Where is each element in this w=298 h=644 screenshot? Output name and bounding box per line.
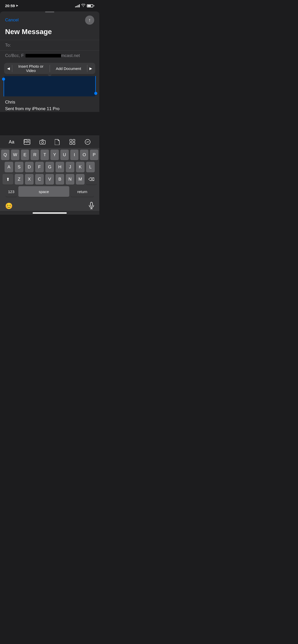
key-P[interactable]: P	[90, 150, 98, 160]
key-R[interactable]: R	[31, 150, 39, 160]
svg-rect-6	[73, 139, 75, 141]
key-K[interactable]: K	[76, 162, 85, 172]
message-body[interactable]	[4, 76, 95, 96]
signature-line2: Sent from my iPhone 11 Pro	[5, 106, 94, 112]
key-space[interactable]: space	[18, 186, 69, 197]
to-field-row[interactable]: To:	[0, 40, 99, 50]
key-M[interactable]: M	[76, 174, 85, 185]
send-button[interactable]: ↑	[85, 16, 94, 25]
key-return[interactable]: return	[71, 186, 94, 197]
key-L[interactable]: L	[86, 162, 95, 172]
home-indicator	[33, 212, 67, 214]
svg-point-4	[42, 141, 44, 143]
keyboard-row-3: ⬆ Z X C V B N M ⌫	[1, 174, 98, 185]
status-bar: 20:59 ➤	[0, 0, 99, 9]
compose-sheet: Cancel ↑ New Message To: Cc/Bcc, F mcast…	[0, 11, 99, 112]
text-size-button[interactable]: Aa	[7, 138, 16, 146]
key-V[interactable]: V	[45, 174, 54, 185]
insert-photo-video-button[interactable]: Insert Photo or Video	[12, 64, 50, 73]
compose-title: New Message	[0, 27, 99, 40]
photo-library-button[interactable]	[22, 138, 32, 146]
keyboard-row-4: 123 space return	[1, 186, 98, 197]
key-Q[interactable]: Q	[1, 150, 9, 160]
cancel-button[interactable]: Cancel	[5, 18, 19, 23]
key-Z[interactable]: Z	[15, 174, 23, 185]
keyboard: Aa	[0, 135, 99, 215]
key-U[interactable]: U	[60, 150, 69, 160]
scan-button[interactable]	[67, 138, 77, 146]
svg-point-2	[28, 140, 29, 142]
key-B[interactable]: B	[56, 174, 64, 185]
cursor-line-left	[4, 79, 4, 96]
svg-rect-5	[70, 139, 72, 141]
key-123[interactable]: 123	[6, 186, 17, 197]
toolbar-prev-button[interactable]: ◀	[5, 66, 12, 70]
emoji-button[interactable]: 😊	[5, 202, 13, 210]
signal-icon	[75, 4, 80, 7]
key-shift[interactable]: ⬆	[3, 174, 13, 185]
keyboard-toolbar: Aa	[0, 135, 99, 148]
key-F[interactable]: F	[35, 162, 44, 172]
ccbcc-redacted	[25, 54, 61, 57]
key-X[interactable]: X	[25, 174, 34, 185]
key-D[interactable]: D	[25, 162, 34, 172]
svg-rect-7	[70, 142, 72, 144]
key-O[interactable]: O	[80, 150, 88, 160]
key-E[interactable]: E	[21, 150, 29, 160]
signature-line1: Chris	[5, 99, 94, 106]
key-S[interactable]: S	[15, 162, 23, 172]
sheet-header: Cancel ↑	[0, 12, 99, 27]
keyboard-keys: Q W E R T Y U I O P A S D F G H J K L ⬆ …	[0, 148, 99, 200]
key-W[interactable]: W	[11, 150, 19, 160]
ccbcc-field-row[interactable]: Cc/Bcc, F mcast.net	[0, 50, 99, 61]
key-C[interactable]: C	[35, 174, 44, 185]
key-H[interactable]: H	[56, 162, 64, 172]
key-G[interactable]: G	[45, 162, 54, 172]
status-time: 20:59 ➤	[5, 4, 18, 8]
wifi-icon	[81, 4, 85, 8]
keyboard-row-2: A S D F G H J K L	[1, 162, 98, 172]
keyboard-row-1: Q W E R T Y U I O P	[1, 150, 98, 160]
svg-rect-8	[73, 142, 75, 144]
cursor-line-right	[95, 76, 96, 93]
status-icons	[75, 4, 94, 8]
bottom-bar: 😊	[0, 200, 99, 211]
ccbcc-domain: mcast.net	[61, 53, 80, 58]
camera-button[interactable]	[37, 138, 48, 145]
battery-icon	[87, 4, 94, 7]
to-label: To:	[5, 43, 13, 48]
format-toolbar: ◀ Insert Photo or Video Add Document ▶	[4, 63, 95, 74]
location-icon: ➤	[16, 4, 18, 7]
document-button[interactable]	[53, 138, 62, 146]
key-T[interactable]: T	[40, 150, 49, 160]
key-I[interactable]: I	[70, 150, 79, 160]
signature-area: Chris Sent from my iPhone 11 Pro	[5, 99, 94, 112]
draw-button[interactable]	[83, 138, 93, 146]
svg-rect-10	[90, 202, 92, 206]
add-document-button[interactable]: Add Document	[50, 66, 87, 71]
key-J[interactable]: J	[66, 162, 74, 172]
key-N[interactable]: N	[66, 174, 74, 185]
time-label: 20:59	[5, 4, 15, 8]
key-delete[interactable]: ⌫	[86, 174, 97, 185]
cursor-right	[94, 92, 97, 95]
send-arrow-icon: ↑	[89, 18, 91, 22]
toolbar-next-button[interactable]: ▶	[87, 66, 94, 70]
ccbcc-label: Cc/Bcc, F	[5, 53, 24, 58]
microphone-button[interactable]	[89, 202, 94, 210]
key-Y[interactable]: Y	[50, 150, 59, 160]
key-A[interactable]: A	[5, 162, 13, 172]
